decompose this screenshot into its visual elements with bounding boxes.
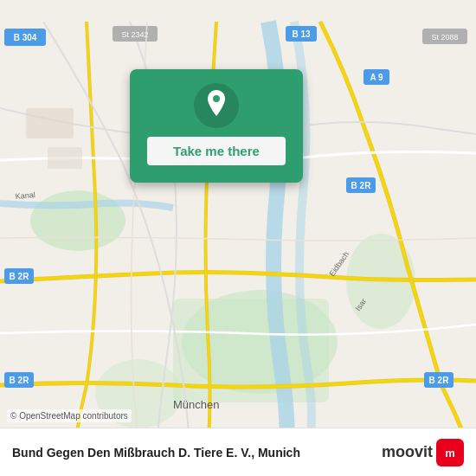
svg-text:B 2R: B 2R [10,272,30,281]
map-container: B 304 St 2342 B 13 A 9 St 2088 B 2R B 2R… [0,0,476,476]
city-label: München [173,398,219,411]
svg-text:B 2R: B 2R [351,181,372,190]
moovit-brand-text: moovit [382,443,433,461]
moovit-logo: moovit m [382,439,464,466]
location-pin-icon [203,90,229,121]
bottom-bar: Bund Gegen Den Mißbrauch D. Tiere E. V.,… [0,428,476,476]
svg-text:A 9: A 9 [370,73,383,82]
svg-point-31 [213,95,220,102]
svg-text:Kanal: Kanal [15,190,35,201]
svg-text:B 2R: B 2R [429,376,450,385]
place-name: Bund Gegen Den Mißbrauch D. Tiere E. V.,… [12,446,300,460]
svg-text:St 2088: St 2088 [431,33,458,42]
svg-text:m: m [445,447,455,460]
location-icon-container [194,83,239,128]
svg-rect-30 [48,147,82,169]
svg-text:B 13: B 13 [292,29,311,39]
moovit-icon: m [436,439,464,466]
svg-point-1 [30,190,125,251]
map-attribution: © OpenStreetMap contributors [7,409,132,422]
take-me-there-button[interactable]: Take me there [147,137,286,165]
svg-text:B 2R: B 2R [10,376,30,385]
navigation-card: Take me there [130,69,303,183]
svg-text:St 2342: St 2342 [121,30,148,39]
svg-rect-29 [26,108,74,138]
place-info: Bund Gegen Den Mißbrauch D. Tiere E. V.,… [12,446,300,460]
svg-text:B 304: B 304 [14,33,37,42]
